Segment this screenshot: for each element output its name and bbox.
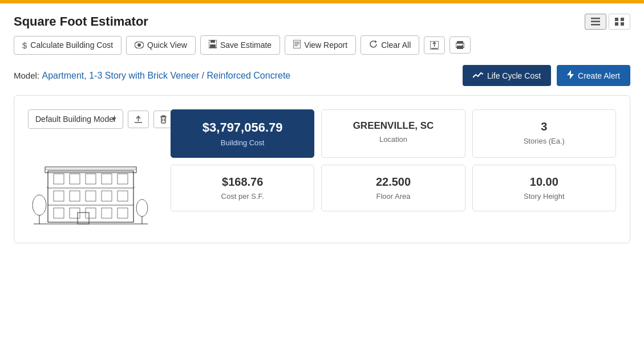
list-view-button[interactable]	[585, 14, 606, 30]
svg-rect-49	[118, 208, 128, 218]
svg-rect-48	[102, 208, 112, 218]
story-height-label: Story Height	[481, 192, 607, 201]
svg-rect-0	[591, 18, 600, 19]
save-icon	[209, 40, 217, 50]
cost-per-sf-value: $168.76	[179, 175, 306, 189]
floor-area-label: Floor Area	[330, 192, 456, 201]
svg-rect-4	[621, 18, 624, 21]
svg-rect-46	[70, 208, 80, 218]
svg-rect-3	[615, 18, 618, 21]
building-cost-value: $3,797,056.79	[179, 120, 306, 135]
building-image	[28, 138, 153, 229]
app-title: Square Foot Estimator	[14, 14, 148, 29]
svg-point-8	[137, 43, 141, 47]
location-label: Location	[330, 135, 456, 144]
svg-rect-47	[86, 208, 96, 218]
header: Square Foot Estimator	[0, 3, 644, 35]
building-card: Default Building Model ▼	[14, 95, 630, 243]
report-icon	[293, 40, 301, 50]
lifecycle-button[interactable]: Life Cycle Cost	[463, 65, 551, 86]
card-inner: Default Building Model ▼	[28, 109, 616, 229]
model-dropdown[interactable]: Default Building Model	[28, 109, 123, 129]
card-right: $3,797,056.79 Building Cost GREENVILLE, …	[171, 109, 616, 211]
metrics-grid: $3,797,056.79 Building Cost GREENVILLE, …	[171, 109, 616, 211]
svg-rect-37	[86, 174, 96, 184]
svg-rect-41	[70, 191, 80, 201]
card-left: Default Building Model ▼	[28, 109, 159, 229]
model-actions: Life Cycle Cost Create Alert	[463, 65, 630, 86]
dollar-icon: $	[22, 40, 27, 50]
stories-label: Stories (Ea.)	[481, 137, 607, 145]
bolt-icon	[567, 70, 574, 81]
svg-rect-36	[70, 174, 80, 184]
toolbar: $ Calculate Building Cost Quick View Sav…	[0, 35, 644, 63]
trend-icon	[473, 71, 483, 80]
svg-rect-1	[591, 21, 600, 23]
location-card: GREENVILLE, SC Location	[321, 109, 465, 158]
svg-rect-44	[118, 191, 128, 201]
svg-rect-5	[615, 22, 618, 26]
svg-point-50	[33, 195, 46, 215]
eye-icon	[135, 40, 144, 50]
model-name: Apartment, 1-3 Story with Brick Veneer /…	[42, 71, 290, 80]
calculate-button[interactable]: $ Calculate Building Cost	[14, 36, 121, 55]
svg-rect-33	[45, 167, 136, 173]
svg-rect-21	[457, 46, 463, 49]
story-height-card: 10.00 Story Height	[472, 165, 616, 211]
floor-area-card: 22.500 Floor Area	[321, 165, 465, 211]
svg-rect-26	[161, 117, 165, 123]
building-cost-card: $3,797,056.79 Building Cost	[171, 109, 314, 158]
model-row: Model: Apartment, 1-3 Story with Brick V…	[0, 63, 644, 95]
export-button[interactable]	[424, 36, 445, 54]
cost-per-sf-card: $168.76 Cost per S.F.	[171, 165, 314, 211]
model-prefix: Model:	[14, 71, 39, 80]
location-value: GREENVILLE, SC	[330, 120, 456, 132]
view-toggle-group	[585, 14, 630, 30]
svg-rect-43	[102, 191, 112, 201]
building-cost-label: Building Cost	[179, 138, 306, 147]
floor-area-value: 22.500	[330, 175, 456, 189]
svg-marker-23	[567, 70, 574, 79]
stories-card: 3 Stories (Ea.)	[472, 109, 616, 158]
dropdown-row: Default Building Model ▼	[28, 109, 159, 129]
model-dropdown-wrapper: Default Building Model ▼	[28, 109, 123, 129]
svg-rect-30	[48, 171, 133, 222]
story-height-value: 10.00	[481, 175, 607, 189]
clear-button[interactable]: Clear All	[361, 35, 419, 55]
model-info: Model: Apartment, 1-3 Story with Brick V…	[14, 71, 290, 81]
svg-point-22	[462, 44, 463, 46]
refresh-icon	[369, 40, 378, 50]
print-button[interactable]	[449, 36, 471, 54]
svg-rect-6	[621, 22, 624, 26]
report-button[interactable]: View Report	[285, 35, 356, 55]
cost-per-sf-label: Cost per S.F.	[179, 192, 306, 201]
svg-rect-10	[210, 40, 215, 43]
svg-rect-40	[54, 191, 64, 201]
svg-rect-38	[102, 174, 112, 184]
svg-rect-2	[591, 24, 600, 26]
stories-value: 3	[481, 120, 607, 133]
svg-rect-11	[210, 44, 216, 48]
svg-point-52	[136, 199, 148, 217]
create-alert-button[interactable]: Create Alert	[557, 65, 630, 86]
save-button[interactable]: Save Estimate	[200, 35, 280, 55]
upload-button[interactable]	[128, 111, 149, 128]
svg-rect-35	[54, 174, 64, 184]
svg-rect-39	[118, 174, 128, 184]
svg-rect-42	[86, 191, 96, 201]
svg-rect-45	[54, 208, 64, 218]
quickview-button[interactable]: Quick View	[126, 36, 196, 55]
grid-view-button[interactable]	[609, 14, 630, 30]
